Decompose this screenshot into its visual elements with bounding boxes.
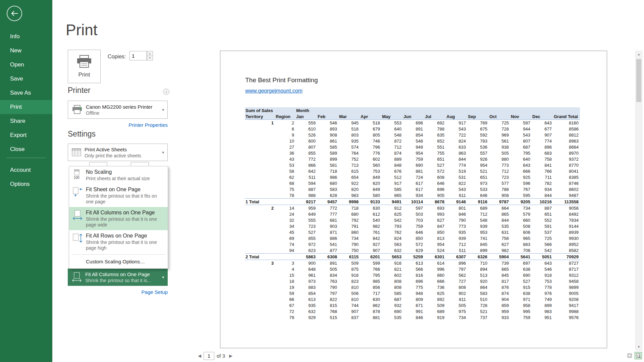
print-button[interactable]: Print [68,50,101,83]
scaling-option-fit-sheet[interactable]: Fit Sheet on One PageShrink the printout… [69,184,168,207]
cell: 900 [296,260,317,266]
sidebar-item-account[interactable]: Account [0,163,52,177]
cell: 9487 [553,192,580,199]
cell: 8770 [553,162,580,168]
sidebar-item-export[interactable]: Export [0,128,52,142]
cell: 561 [489,138,510,144]
cell [338,107,360,113]
scaling-option-desc: Print sheets at their actual size [86,176,150,182]
show-margins-button[interactable] [626,352,633,359]
cell: Oct [489,113,510,120]
cell: 883 [296,284,317,290]
sidebar-item-print[interactable]: Print [0,100,52,114]
cell [245,174,275,180]
scaling-option-fit-rows[interactable]: Fit All Rows on One PageShrink the print… [69,230,168,253]
table-row: 4648505875766821566996797894665638546871… [245,266,580,272]
scroll-down-icon[interactable]: ▼ [636,344,642,350]
scaling-option-title: No Scaling [86,169,150,175]
sidebar-item-save[interactable]: Save [0,72,52,86]
scaling-dropdown[interactable]: Fit All Columns on One Page Shrink the p… [68,268,168,286]
printer-dropdown[interactable]: Canon MG2200 series Printer Offline ▾ [68,101,168,119]
cell: 648 [296,266,317,272]
cell: 583 [317,186,338,192]
custom-scaling-options-item[interactable]: Custom Scaling Options… [69,256,168,268]
scaling-option-fit-columns[interactable]: Fit All Columns on One PageShrink the pr… [69,207,168,230]
info-icon[interactable]: i [163,89,169,95]
cell [245,132,275,138]
cell: 625 [381,211,403,217]
cell [245,247,275,254]
cell: 681 [317,217,338,223]
cell: 627 [424,217,446,223]
printer-section-heading: Printer [68,86,91,95]
table-row: 1596183491679560281686056251384569091893… [245,272,580,278]
scaling-option-no-scaling[interactable]: 100No ScalingPrint sheets at their actua… [69,166,168,184]
cell [245,138,275,144]
page-setup-link[interactable]: Page Setup [142,289,168,295]
scroll-up-icon[interactable]: ▲ [636,51,642,58]
cell: 753 [532,278,553,284]
cell: 646 [424,180,446,186]
next-page-button[interactable]: ▶ [229,353,232,358]
sidebar-item-save-as[interactable]: Save As [0,86,52,100]
printer-name: Canon MG2200 series Printer [86,104,152,110]
no-scaling-icon: 100 [72,169,83,182]
sidebar-item-new[interactable]: New [0,44,52,58]
cell: 9208 [553,296,580,302]
cell: 599 [360,260,381,266]
spin-down-icon[interactable]: ▼ [147,56,153,61]
table-row: 2780758557479671294955163353693868789686… [245,144,580,150]
cell: 875 [338,266,360,272]
cell: 759 [403,223,424,229]
cell [245,278,275,284]
previous-page-button[interactable]: ◀ [198,353,201,358]
pivot-table: Sum of SalesMonthTerritoryRegionJanFebMa… [245,107,580,320]
cell: 845 [489,272,510,278]
copies-input[interactable] [129,51,147,60]
sidebar-item-options[interactable]: Options [0,177,52,191]
back-button[interactable] [7,6,22,21]
cell [245,314,275,320]
cell: 527 [296,229,317,235]
spin-up-icon[interactable]: ▲ [147,51,153,56]
cell: 927 [360,241,381,247]
cell: 855 [296,150,317,156]
cell: 918 [532,272,553,278]
cell: 503 [403,211,424,217]
cell [245,217,275,223]
cell: 713 [338,162,360,168]
cell: 8970 [553,150,580,156]
cell: Jun [403,113,424,120]
cell: 542 [381,217,403,223]
cell: 536 [467,144,489,150]
page-number-input[interactable] [204,352,214,360]
print-what-dropdown[interactable]: Print Active Sheets Only print the activ… [68,144,168,161]
sidebar-item-close[interactable]: Close [0,142,52,156]
sidebar-item-info[interactable]: Info [0,30,52,44]
cell: 9930 [553,235,580,241]
cell: 848 [381,162,403,168]
table-row: 4552787186076176264685093595363160653789… [245,229,580,235]
printer-icon [76,55,93,69]
cell: 737 [467,314,489,320]
cell: 679 [360,126,381,132]
cell: 557 [467,150,489,156]
cell: 10 [275,138,296,144]
cell: 6115 [338,254,360,260]
cell: 769 [467,120,489,126]
cell: 6326 [467,254,489,260]
scrollbar-thumb[interactable] [636,59,641,102]
sidebar-item-open[interactable]: Open [0,58,52,72]
printer-properties-link[interactable]: Printer Properties [128,122,168,128]
cell: 899 [532,302,553,308]
zoom-to-page-button[interactable] [635,352,642,359]
cell: 591 [532,223,553,229]
sidebar-item-share[interactable]: Share [0,114,52,128]
cell: 926 [467,156,489,162]
cell: 935 [296,302,317,308]
vertical-scrollbar[interactable]: ▲ ▼ [635,51,642,351]
cell: 741 [467,235,489,241]
cell: 995 [510,308,532,314]
cell: 623 [296,247,317,254]
table-row: 3685558976477687495475586355750579568389… [245,150,580,156]
